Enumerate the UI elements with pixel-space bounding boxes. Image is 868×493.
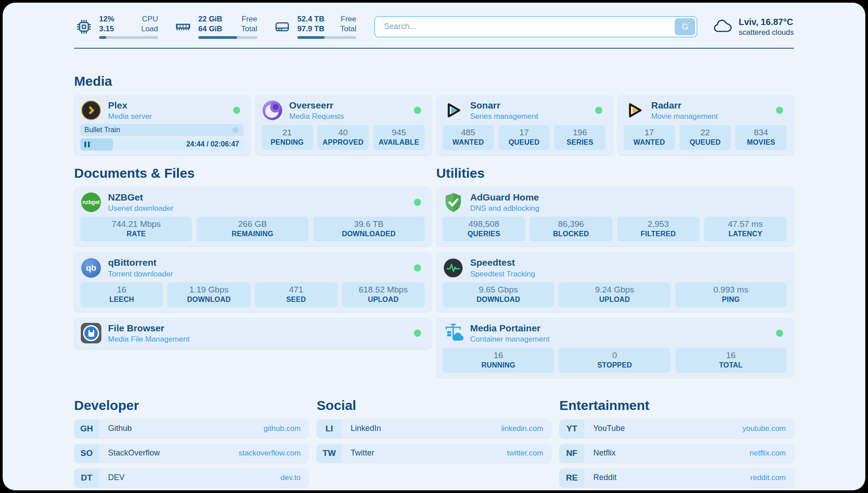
stat-box-value: 86,396 bbox=[530, 219, 611, 229]
memory-icon bbox=[173, 18, 193, 36]
stat-box-value: 2,953 bbox=[618, 219, 699, 229]
stat-box: 21PENDING bbox=[262, 125, 313, 150]
pause-icon[interactable] bbox=[84, 142, 90, 147]
section-title-documents: Documents & Files bbox=[74, 166, 432, 181]
service-name: File Browser bbox=[108, 322, 189, 334]
stat-box-label: BLOCKED bbox=[530, 230, 611, 238]
portainer-icon bbox=[442, 322, 464, 344]
speedtest-icon bbox=[442, 257, 464, 279]
section-title-utilities: Utilities bbox=[436, 166, 794, 181]
stat-box-value: 0.993 ms bbox=[676, 285, 786, 295]
header: 12%3.15CPULoad22 GiB64 GiBFreeTotal52.4 … bbox=[74, 14, 794, 39]
bookmark-url: youtube.com bbox=[743, 424, 786, 433]
bookmark-abbr: YT bbox=[559, 419, 584, 438]
stat-box-label: UPLOAD bbox=[343, 296, 424, 304]
service-card-sonarr[interactable]: SonarrSeries management485WANTED17QUEUED… bbox=[436, 95, 613, 155]
bookmark-link-reddit[interactable]: RERedditreddit.com bbox=[559, 468, 794, 487]
status-dot-online bbox=[414, 330, 421, 337]
bookmark-abbr: NF bbox=[559, 444, 584, 463]
section-title-media: Media bbox=[74, 74, 794, 89]
bookmark-name: DEV bbox=[108, 473, 125, 482]
stat-box-label: WANTED bbox=[443, 138, 493, 146]
stat-box-value: 9.65 Gbps bbox=[443, 285, 553, 295]
stat-box-label: QUEUED bbox=[499, 138, 549, 146]
stat-box-value: 0 bbox=[559, 351, 669, 360]
bookmark-abbr: LI bbox=[317, 419, 342, 438]
status-dot-online bbox=[776, 107, 783, 114]
stat-box-value: 16 bbox=[81, 285, 162, 295]
nzbget-icon: nzbget bbox=[80, 192, 102, 213]
status-dot-online bbox=[595, 107, 602, 114]
stat-value: 22 GiB bbox=[198, 14, 222, 24]
stat-box-label: MOVIES bbox=[736, 138, 786, 146]
bookmark-url: stackoverflow.com bbox=[238, 449, 300, 458]
stat-box: 16RUNNING bbox=[442, 348, 554, 373]
now-playing-title: Bullet Train bbox=[84, 126, 120, 134]
stat-label: Total bbox=[340, 24, 356, 34]
service-card-qbittorrent[interactable]: qbqBittorrentTorrent downloader16LEECH1.… bbox=[74, 252, 432, 312]
bookmark-link-youtube[interactable]: YTYouTubeyoutube.com bbox=[559, 419, 794, 438]
service-card-nzbget[interactable]: nzbgetNZBGetUsenet downloader744.21 Mbps… bbox=[74, 187, 432, 246]
dashboard-panel: 12%3.15CPULoad22 GiB64 GiBFreeTotal52.4 … bbox=[3, 3, 865, 490]
service-description: Media File Management bbox=[108, 335, 189, 344]
stat-box: 485WANTED bbox=[442, 125, 494, 150]
bookmark-group-entertainment: EntertainmentYTYouTubeyoutube.comNFNetfl… bbox=[559, 398, 794, 491]
bookmark-name: Netflix bbox=[593, 448, 616, 458]
stat-box-value: 22 bbox=[680, 128, 730, 138]
bookmark-group-title: Developer bbox=[74, 398, 309, 413]
bookmark-link-stackoverflow[interactable]: SOStackOverflowstackoverflow.com bbox=[74, 444, 309, 463]
bookmark-url: github.com bbox=[263, 424, 300, 433]
header-divider bbox=[74, 48, 794, 49]
stat-value: 97.9 TB bbox=[297, 24, 324, 34]
stat-box: 945AVAILABLE bbox=[373, 125, 425, 150]
stat-box-value: 47.57 ms bbox=[705, 219, 786, 229]
service-card-portainer[interactable]: Media PortainerContainer management16RUN… bbox=[436, 318, 794, 377]
cloud-icon bbox=[713, 18, 732, 35]
bookmark-url: dev.to bbox=[280, 473, 300, 482]
service-name: Media Portainer bbox=[470, 322, 550, 334]
cpu-icon bbox=[74, 18, 94, 36]
search-input[interactable] bbox=[374, 16, 697, 38]
playback-progress-bar[interactable]: 24:44 / 02:06:47 bbox=[80, 138, 244, 150]
filebrowser-icon bbox=[80, 322, 102, 344]
stat-box-label: DOWNLOADED bbox=[314, 230, 424, 238]
stat-box-label: STOPPED bbox=[559, 361, 669, 369]
service-card-speedtest[interactable]: SpeedtestSpeedtest Tracking9.65 GbpsDOWN… bbox=[436, 252, 794, 312]
bookmark-link-linkedin[interactable]: LILinkedInlinkedin.com bbox=[317, 419, 551, 438]
disk-icon bbox=[272, 18, 292, 36]
usage-progress-bar bbox=[198, 36, 257, 39]
status-dot-online bbox=[414, 107, 421, 114]
documents-cards: nzbgetNZBGetUsenet downloader744.21 Mbps… bbox=[74, 187, 432, 349]
bookmark-link-github[interactable]: GHGithubgithub.com bbox=[74, 419, 309, 438]
service-card-overseerr[interactable]: OverseerrMedia Requests21PENDING40APPROV… bbox=[255, 95, 432, 155]
bookmark-group-title: Social bbox=[317, 398, 551, 413]
service-description: Media server bbox=[108, 112, 152, 121]
search-go-button[interactable]: G bbox=[675, 18, 695, 35]
service-card-radarr[interactable]: RadarrMovie management17WANTED22QUEUED83… bbox=[618, 95, 794, 155]
stat-box-label: LATENCY bbox=[705, 230, 786, 238]
stat-value: 3.15 bbox=[99, 24, 114, 34]
bookmark-name: LinkedIn bbox=[351, 424, 381, 433]
stat-box-value: 834 bbox=[736, 128, 786, 138]
gear-icon[interactable] bbox=[231, 125, 240, 134]
bookmark-link-dev[interactable]: DTDEVdev.to bbox=[74, 468, 309, 487]
service-description: DNS and adblocking bbox=[470, 204, 539, 213]
stat-box-label: SEED bbox=[256, 296, 337, 304]
service-card-adguard[interactable]: AdGuard HomeDNS and adblocking498,508QUE… bbox=[436, 187, 794, 246]
bookmark-link-twitter[interactable]: TWTwittertwitter.com bbox=[317, 444, 551, 463]
stat-box: 9.65 GbpsDOWNLOAD bbox=[442, 282, 554, 307]
stat-box-label: RUNNING bbox=[443, 361, 553, 369]
service-description: Movie management bbox=[651, 112, 718, 121]
service-card-filebrowser[interactable]: File BrowserMedia File Management bbox=[74, 318, 432, 349]
bookmark-link-netflix[interactable]: NFNetflixnetflix.com bbox=[559, 444, 794, 463]
service-description: Speedtest Tracking bbox=[470, 270, 535, 279]
stat-box: 16LEECH bbox=[80, 282, 163, 307]
service-card-plex[interactable]: PlexMedia serverBullet Train24:44 / 02:0… bbox=[74, 95, 251, 155]
service-description: Container management bbox=[470, 335, 550, 344]
bookmark-url: twitter.com bbox=[507, 449, 543, 458]
weather-location-temp: Lviv, 16.87°C bbox=[739, 16, 794, 28]
stat-box: 17WANTED bbox=[624, 125, 675, 150]
stat-box-value: 17 bbox=[625, 128, 674, 138]
stat-box: 47.57 msLATENCY bbox=[704, 217, 787, 242]
bookmark-url: reddit.com bbox=[751, 473, 786, 482]
